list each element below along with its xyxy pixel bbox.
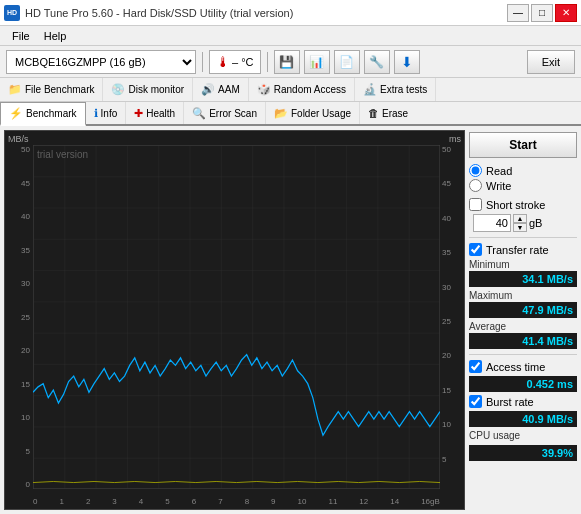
tab-info[interactable]: ℹ Info [86,102,127,124]
minimum-value: 34.1 MB/s [469,271,577,287]
thermometer-icon: 🌡 [216,54,230,70]
main-content: MB/s ms 50 45 40 35 30 25 20 15 10 5 0 5… [0,126,581,514]
spin-up-btn[interactable]: ▲ [513,214,527,223]
y-label-15: 15 [21,380,30,389]
short-stroke-checkbox[interactable] [469,198,482,211]
burst-rate-checkbox-label[interactable]: Burst rate [469,395,577,408]
y-right-10: 10 [442,420,451,429]
burst-rate-checkbox[interactable] [469,395,482,408]
exit-btn[interactable]: Exit [527,50,575,74]
access-time-checkbox-label[interactable]: Access time [469,360,577,373]
maximum-label: Maximum [469,290,577,301]
access-time-checkbox[interactable] [469,360,482,373]
minimum-section: Minimum 34.1 MB/s [469,259,577,287]
y-label-30: 30 [21,279,30,288]
maximum-value: 47.9 MB/s [469,302,577,318]
temp-value: – °C [232,56,254,68]
tabs-row1: 📁 File Benchmark 💿 Disk monitor 🔊 AAM 🎲 … [0,78,581,102]
y-label-50: 50 [21,145,30,154]
mbps-unit-label: MB/s [8,134,29,144]
y-label-20: 20 [21,346,30,355]
radio-read-label[interactable]: Read [469,164,577,177]
x-axis-labels: 0 1 2 3 4 5 6 7 8 9 10 11 12 14 16gB [33,497,440,506]
y-axis-right: 50 45 40 35 30 25 20 15 10 5 [440,145,464,489]
average-label: Average [469,321,577,332]
tabs-row2: ⚡ Benchmark ℹ Info ✚ Health 🔍 Error Scan… [0,102,581,126]
radio-write[interactable] [469,179,482,192]
menu-file[interactable]: File [6,29,36,43]
svg-rect-4 [33,145,440,489]
chart-area: MB/s ms 50 45 40 35 30 25 20 15 10 5 0 5… [4,130,465,510]
y-right-15: 15 [442,386,451,395]
tab-file-benchmark[interactable]: 📁 File Benchmark [0,78,103,101]
y-right-25: 25 [442,317,451,326]
minimize-btn[interactable]: — [507,4,529,22]
close-btn[interactable]: ✕ [555,4,577,22]
tab-error-scan[interactable]: 🔍 Error Scan [184,102,266,124]
file-benchmark-icon: 📁 [8,83,22,96]
titlebar: HD HD Tune Pro 5.60 - Hard Disk/SSD Util… [0,0,581,26]
y-label-40: 40 [21,212,30,221]
tab-folder-usage[interactable]: 📂 Folder Usage [266,102,360,124]
info-icon: ℹ [94,107,98,120]
short-stroke-value-row: ▲ ▼ gB [473,214,577,232]
tab-extra-tests[interactable]: 🔬 Extra tests [355,78,436,101]
toolbar-btn-4[interactable]: 🔧 [364,50,390,74]
spin-down-btn[interactable]: ▼ [513,223,527,232]
tab-random-access[interactable]: 🎲 Random Access [249,78,355,101]
y-label-10: 10 [21,413,30,422]
x-12: 12 [359,497,368,506]
y-right-50: 50 [442,145,451,154]
gb-label: gB [529,217,542,229]
maximum-section: Maximum 47.9 MB/s [469,290,577,318]
x-3: 3 [112,497,116,506]
y-label-35: 35 [21,246,30,255]
y-label-5: 5 [26,447,30,456]
tab-erase[interactable]: 🗑 Erase [360,102,416,124]
tab-health[interactable]: ✚ Health [126,102,184,124]
x-8: 8 [245,497,249,506]
temp-display: 🌡 – °C [209,50,261,74]
extra-tests-icon: 🔬 [363,83,377,96]
health-icon: ✚ [134,107,143,120]
y-label-0: 0 [26,480,30,489]
x-0: 0 [33,497,37,506]
x-9: 9 [271,497,275,506]
maximize-btn[interactable]: □ [531,4,553,22]
menubar: File Help [0,26,581,46]
tab-aam[interactable]: 🔊 AAM [193,78,249,101]
x-2: 2 [86,497,90,506]
cpu-usage-label: CPU usage [469,430,577,441]
radio-read[interactable] [469,164,482,177]
toolbar: MCBQE16GZMPP (16 gB) 🌡 – °C 💾 📊 📄 🔧 ⬇ Ex… [0,46,581,78]
toolbar-btn-2[interactable]: 📊 [304,50,330,74]
transfer-rate-checkbox[interactable] [469,243,482,256]
tab-disk-monitor[interactable]: 💿 Disk monitor [103,78,193,101]
tab-benchmark[interactable]: ⚡ Benchmark [0,102,86,126]
transfer-rate-checkbox-label[interactable]: Transfer rate [469,243,577,256]
start-button[interactable]: Start [469,132,577,158]
toolbar-btn-3[interactable]: 📄 [334,50,360,74]
benchmark-chart [33,145,440,489]
short-stroke-input[interactable] [473,214,511,232]
error-scan-icon: 🔍 [192,107,206,120]
app-icon: HD [4,5,20,21]
x-14: 14 [390,497,399,506]
short-stroke-checkbox-label[interactable]: Short stroke [469,198,577,211]
toolbar-btn-5[interactable]: ⬇ [394,50,420,74]
radio-write-label[interactable]: Write [469,179,577,192]
x-6: 6 [192,497,196,506]
y-right-30: 30 [442,283,451,292]
x-10: 10 [298,497,307,506]
y-right-20: 20 [442,351,451,360]
toolbar-btn-1[interactable]: 💾 [274,50,300,74]
burst-rate-value: 40.9 MB/s [469,411,577,427]
benchmark-icon: ⚡ [9,107,23,120]
drive-select[interactable]: MCBQE16GZMPP (16 gB) [6,50,196,74]
y-axis-left: 50 45 40 35 30 25 20 15 10 5 0 [5,145,33,489]
x-4: 4 [139,497,143,506]
access-time-value: 0.452 ms [469,376,577,392]
random-access-icon: 🎲 [257,83,271,96]
y-right-40: 40 [442,214,451,223]
menu-help[interactable]: Help [38,29,73,43]
